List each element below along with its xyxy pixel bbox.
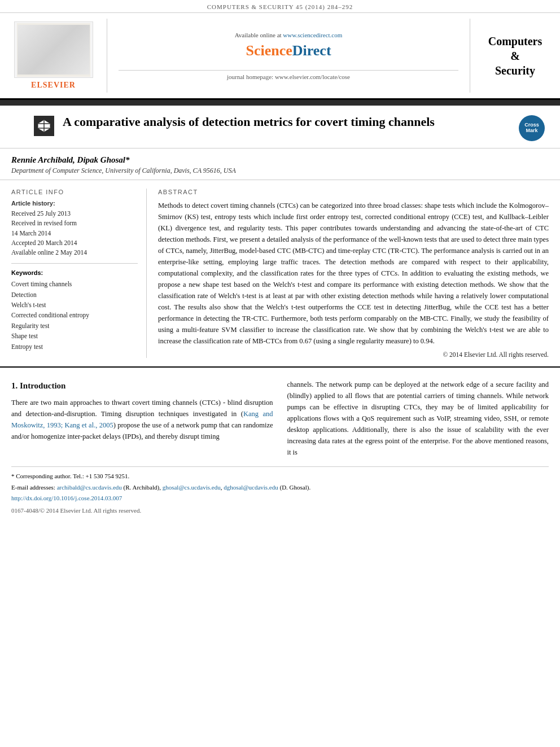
article-main-title: A comparative analysis of detection metr…: [63, 114, 509, 130]
intro-right-col: channels. The network pump can be deploy…: [287, 379, 549, 458]
keyword-1: Covert timing channels: [11, 279, 138, 289]
keyword-6: Shape test: [11, 331, 138, 341]
keyword-7: Entropy test: [11, 342, 138, 352]
elsevier-image: [14, 21, 93, 78]
accepted-date: Accepted 20 March 2014: [11, 238, 138, 248]
abstract-text: Methods to detect covert timing channels…: [158, 200, 549, 347]
email-link-1[interactable]: archibald@cs.ucdavis.edu: [57, 484, 122, 491]
keyword-4: Corrected conditional entropy: [11, 310, 138, 320]
svg-rect-5: [20, 26, 88, 74]
article-title-wrapper: A comparative analysis of detection metr…: [63, 114, 509, 130]
sciencedirect-logo: ScienceDirect: [246, 42, 331, 59]
elsevier-brand: ELSEVIER: [31, 81, 76, 90]
article-info-col: ARTICLE INFO Article history: Received 2…: [11, 189, 147, 358]
svg-rect-6: [21, 57, 30, 71]
revised-date: 14 March 2014: [11, 229, 138, 238]
article-history-label: Article history:: [11, 200, 138, 207]
revised-label: Received in revised form: [11, 219, 138, 228]
journal-homepage: journal homepage: www.elsevier.com/locat…: [119, 70, 458, 80]
article-title-area: A comparative analysis of detection metr…: [0, 106, 560, 148]
article-info-label: ARTICLE INFO: [11, 189, 138, 195]
available-online-text: Available online at www.sciencedirect.co…: [235, 32, 343, 38]
available-date: Available online 2 May 2014: [11, 248, 138, 257]
article-info-abstract-section: ARTICLE INFO Article history: Received 2…: [0, 180, 560, 368]
journal-title: Computers & Security: [488, 34, 542, 78]
doi-link[interactable]: http://dx.doi.org/10.1016/j.cose.2014.03…: [11, 495, 122, 501]
email-link-2[interactable]: ghosal@cs.ucdavis.edu: [163, 484, 221, 491]
svg-rect-0: [17, 23, 90, 77]
abstract-col: ABSTRACT Methods to detect covert timing…: [147, 189, 549, 358]
issn-line: 0167-4048/© 2014 Elsevier Ltd. All right…: [11, 506, 549, 516]
section-title: 1. Introduction: [11, 379, 273, 392]
keywords-label: Keywords:: [11, 269, 138, 276]
footnotes-area: * Corresponding author. Tel.: +1 530 754…: [11, 466, 549, 518]
journal-citation: COMPUTERS & SECURITY 45 (2014) 284–292: [207, 3, 353, 10]
keyword-2: Detection: [11, 290, 138, 300]
corresponding-author-note: * Corresponding author. Tel.: +1 530 754…: [11, 471, 549, 482]
svg-text:Cross: Cross: [524, 122, 539, 128]
center-header: Available online at www.sciencedirect.co…: [107, 19, 470, 93]
doi-line: http://dx.doi.org/10.1016/j.cose.2014.03…: [11, 493, 549, 504]
journal-header: ELSEVIER Available online at www.science…: [0, 13, 560, 100]
main-content: 1. Introduction There are two main appro…: [0, 368, 560, 466]
svg-point-1: [34, 28, 73, 53]
introduction-section: 1. Introduction There are two main appro…: [11, 379, 549, 458]
sciencedirect-link[interactable]: www.sciencedirect.com: [283, 32, 342, 38]
email-note: E-mail addresses: archibald@cs.ucdavis.e…: [11, 483, 549, 493]
authors-names: Rennie Archibald, Dipak Ghosal*: [11, 155, 549, 165]
affiliation: Department of Computer Science, Universi…: [11, 167, 549, 175]
authors-area: Rennie Archibald, Dipak Ghosal* Departme…: [0, 148, 560, 180]
intro-left-text: There are two main approaches to thwart …: [11, 397, 273, 442]
citation-link-1[interactable]: Kang and Moskowitz, 1993; Kang et al., 2…: [11, 410, 273, 429]
intro-right-text: channels. The network pump can be deploy…: [287, 379, 549, 458]
email-link-3[interactable]: dghosal@ucdavis.edu: [224, 484, 278, 491]
journal-top-bar: COMPUTERS & SECURITY 45 (2014) 284–292: [0, 0, 560, 13]
article-icon: [34, 116, 54, 136]
abstract-label: ABSTRACT: [158, 189, 549, 195]
keyword-5: Regularity test: [11, 321, 138, 331]
elsevier-logo-area: ELSEVIER: [0, 19, 107, 93]
svg-rect-8: [77, 57, 86, 71]
right-header: Computers & Security: [470, 19, 560, 93]
svg-rect-4: [51, 54, 55, 68]
crossmark-badge: Cross Mark: [515, 114, 549, 142]
keyword-3: Welch's t-test: [11, 300, 138, 310]
intro-left-col: 1. Introduction There are two main appro…: [11, 379, 273, 458]
svg-point-7: [22, 51, 29, 58]
dark-banner: [0, 100, 560, 106]
divider: [11, 263, 138, 264]
svg-point-2: [31, 41, 54, 56]
copyright-line: © 2014 Elsevier Ltd. All rights reserved…: [158, 351, 549, 358]
svg-point-3: [54, 41, 76, 56]
svg-text:Mark: Mark: [526, 128, 538, 133]
received-date: Received 25 July 2013: [11, 209, 138, 219]
svg-point-9: [78, 51, 85, 58]
